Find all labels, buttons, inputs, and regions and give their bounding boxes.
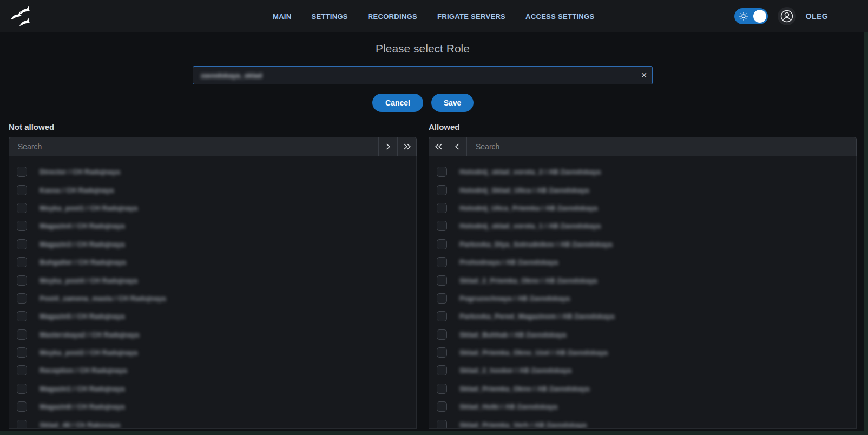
- item-checkbox[interactable]: [437, 257, 447, 267]
- item-checkbox[interactable]: [437, 401, 447, 412]
- list-item[interactable]: Sklad_2_Priemka_Okno / AB Zavodskaya: [429, 271, 856, 289]
- theme-toggle[interactable]: [734, 8, 768, 24]
- move-left-button[interactable]: [448, 137, 467, 156]
- cancel-button[interactable]: Cancel: [372, 94, 423, 112]
- list-item[interactable]: Reception / CH Radujnaya: [9, 361, 416, 379]
- allowed-title: Allowed: [429, 122, 460, 131]
- item-checkbox[interactable]: [437, 311, 447, 321]
- list-item[interactable]: Sklad_2_hooker / AB Zavodskaya: [429, 361, 856, 379]
- list-item[interactable]: Sklad_Priemka_Okno_Uzel / AB Zavodskaya: [429, 344, 856, 361]
- item-checkbox[interactable]: [437, 185, 447, 195]
- list-item[interactable]: Magazin4 / CH Radujnaya: [9, 217, 416, 235]
- item-checkbox[interactable]: [17, 239, 27, 249]
- list-item[interactable]: Magazin5 / CH Radujnaya: [9, 307, 416, 325]
- window-edge-bottom: [0, 431, 868, 435]
- list-item[interactable]: Holodnij_sklad_vorota_1 / AB Zavodskaya: [429, 217, 856, 235]
- list-item[interactable]: Buhgalter / CH Radujnaya: [9, 253, 416, 271]
- move-all-right-button[interactable]: [397, 137, 416, 156]
- sun-icon: [739, 12, 748, 21]
- move-all-left-button[interactable]: [429, 137, 448, 156]
- save-button[interactable]: Save: [431, 94, 474, 112]
- list-item[interactable]: Parkovka_Pered_Magazinom / AB Zavodskaya: [429, 307, 856, 325]
- not-allowed-panel: Director / CH Radujnaya Kassa / CH Raduj…: [9, 137, 417, 429]
- item-checkbox[interactable]: [437, 203, 447, 213]
- allowed-list: Holodnij_sklad_vorota_2 / AB Zavodskaya …: [429, 156, 857, 429]
- item-checkbox[interactable]: [437, 167, 447, 177]
- item-checkbox[interactable]: [17, 420, 27, 429]
- app-logo-icon[interactable]: [6, 4, 34, 28]
- role-input-container: ✕: [193, 66, 653, 84]
- list-item[interactable]: Sklad_Priemka_Okno / AB Zavodskaya: [429, 380, 856, 398]
- item-checkbox[interactable]: [17, 401, 27, 412]
- list-item[interactable]: Magazin3 / CH Radujnaya: [9, 235, 416, 253]
- list-item[interactable]: Masterskaya2 / CH Radujnaya: [9, 326, 416, 344]
- not-allowed-search-input[interactable]: [9, 137, 378, 156]
- allowed-search-input[interactable]: [467, 137, 856, 156]
- nav-settings[interactable]: SETTINGS: [311, 12, 347, 21]
- list-item[interactable]: Holodnij_Sklad_Ulica / AB Zavodskaya: [429, 181, 856, 199]
- item-checkbox[interactable]: [17, 203, 27, 213]
- list-item[interactable]: Sklad_Holki / AB Zavodskaya: [429, 398, 856, 416]
- list-item[interactable]: Director / CH Radujnaya: [9, 163, 416, 181]
- role-input[interactable]: [193, 67, 636, 84]
- list-item[interactable]: Moyka_post1 / CH Radujnaya: [9, 199, 416, 217]
- item-checkbox[interactable]: [437, 384, 447, 394]
- list-item[interactable]: Holodnij_Ulica_Priemka / AB Zavodskaya: [429, 199, 856, 217]
- item-checkbox[interactable]: [17, 275, 27, 286]
- not-allowed-list: Director / CH Radujnaya Kassa / CH Raduj…: [9, 156, 417, 429]
- username-label[interactable]: OLEG: [806, 12, 828, 21]
- not-allowed-searchbar: [9, 137, 417, 156]
- not-allowed-title: Not allowed: [9, 122, 54, 131]
- item-checkbox[interactable]: [437, 347, 447, 358]
- list-item[interactable]: Magazin1 / CH Radujnaya: [9, 380, 416, 398]
- list-item[interactable]: Moyka_post2 / CH Radujnaya: [9, 344, 416, 361]
- window-edge-right: [864, 32, 868, 435]
- item-checkbox[interactable]: [17, 365, 27, 375]
- item-checkbox[interactable]: [437, 365, 447, 375]
- item-checkbox[interactable]: [437, 293, 447, 304]
- item-checkbox[interactable]: [17, 311, 27, 321]
- double-chevron-right-icon: [403, 143, 412, 150]
- list-item[interactable]: Kassa / CH Radujnaya: [9, 181, 416, 199]
- item-checkbox[interactable]: [17, 329, 27, 340]
- item-checkbox[interactable]: [437, 221, 447, 231]
- list-item[interactable]: Sklad_Priemka_Verh / AB Zavodskaya: [429, 416, 856, 429]
- list-item[interactable]: Post4_zamena_masla / CH Radujnaya: [9, 289, 416, 307]
- double-chevron-left-icon: [434, 143, 443, 150]
- item-checkbox[interactable]: [17, 257, 27, 267]
- chevron-right-icon: [384, 143, 392, 150]
- clear-input-icon[interactable]: ✕: [636, 71, 652, 80]
- move-right-button[interactable]: [378, 137, 397, 156]
- nav-recordings[interactable]: RECORDINGS: [368, 12, 417, 21]
- item-checkbox[interactable]: [437, 275, 447, 286]
- item-checkbox[interactable]: [437, 420, 447, 429]
- chevron-left-icon: [453, 143, 461, 150]
- list-item[interactable]: Prohodnaya / AB Zavodskaya: [429, 253, 856, 271]
- list-item[interactable]: Sklad_Buhhab / AB Zavodskaya: [429, 326, 856, 344]
- list-item[interactable]: Magazin8 / CH Radujnaya: [9, 398, 416, 416]
- item-checkbox[interactable]: [17, 185, 27, 195]
- item-checkbox[interactable]: [437, 239, 447, 249]
- toggle-knob: [753, 10, 766, 23]
- nav-frigate-servers[interactable]: FRIGATE SERVERS: [437, 12, 505, 21]
- item-checkbox[interactable]: [17, 384, 27, 394]
- item-checkbox[interactable]: [437, 329, 447, 340]
- allowed-panel: Holodnij_sklad_vorota_2 / AB Zavodskaya …: [429, 137, 857, 429]
- list-item[interactable]: Pogruzochnaya / AB Zavodskaya: [429, 289, 856, 307]
- list-item[interactable]: Moyka_post4 / CH Radujnaya: [9, 271, 416, 289]
- item-checkbox[interactable]: [17, 293, 27, 304]
- nav-main[interactable]: MAIN: [273, 12, 291, 21]
- user-avatar-icon[interactable]: [778, 7, 796, 25]
- list-item[interactable]: Sklad_48 / Ch Rakovaya: [9, 416, 416, 429]
- page-title: Please select Role: [0, 42, 845, 55]
- list-item[interactable]: Holodnij_sklad_vorota_2 / AB Zavodskaya: [429, 163, 856, 181]
- item-checkbox[interactable]: [17, 221, 27, 231]
- main-nav: MAIN SETTINGS RECORDINGS FRIGATE SERVERS…: [273, 0, 594, 32]
- allowed-searchbar: [429, 137, 857, 156]
- item-checkbox[interactable]: [17, 347, 27, 358]
- user-cluster: OLEG: [734, 0, 828, 32]
- nav-access-settings[interactable]: ACCESS SETTINGS: [525, 12, 594, 21]
- list-item[interactable]: Parkovka_Dlya_Sotrudnikov / AB Zavodskay…: [429, 235, 856, 253]
- top-navigation-bar: MAIN SETTINGS RECORDINGS FRIGATE SERVERS…: [0, 0, 868, 32]
- item-checkbox[interactable]: [17, 167, 27, 177]
